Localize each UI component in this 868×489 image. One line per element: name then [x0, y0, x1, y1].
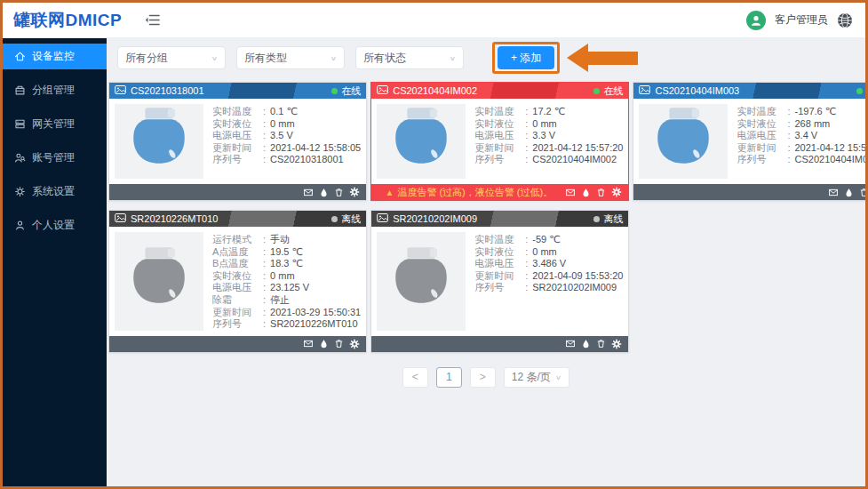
page-size-select[interactable]: 12 条/页∨: [504, 367, 569, 388]
trash-icon[interactable]: [334, 188, 344, 197]
droplet-icon[interactable]: [844, 188, 854, 197]
type-filter-select[interactable]: 所有类型∨: [236, 46, 345, 69]
sidebar-item-system-settings[interactable]: 系统设置: [3, 179, 107, 204]
device-card-CS20210404IM003: CS20210404IM003 在线 实时温度:-197.6 ℃实时液位:268…: [633, 82, 865, 201]
field-value: 0 mm: [532, 118, 557, 131]
droplet-icon[interactable]: [319, 339, 329, 349]
current-page-button[interactable]: 1: [436, 367, 462, 388]
field-row: 序列号:SR20210226MT010: [212, 318, 361, 331]
app-logo: 罐联网DMICP: [13, 9, 122, 32]
field-row: 实时温度:-59 ℃: [474, 234, 623, 246]
card-actions: [303, 339, 360, 349]
field-value: 停止: [270, 294, 290, 307]
chevron-down-icon: ∨: [211, 54, 218, 61]
field-label: 电源电压: [737, 130, 787, 142]
message-icon[interactable]: [303, 188, 314, 197]
card-body: 实时温度:17.2 ℃实时液位:0 mm电源电压:3.3 V更新时间:2021-…: [371, 99, 628, 184]
field-value: 0 mm: [270, 118, 295, 131]
field-label: 电源电压: [212, 282, 263, 294]
trash-icon[interactable]: [859, 188, 865, 197]
droplet-icon[interactable]: [581, 188, 591, 197]
trash-icon[interactable]: [596, 339, 606, 349]
field-value: 3.3 V: [532, 130, 555, 142]
field-value: 0.1 ℃: [270, 106, 298, 118]
trash-icon[interactable]: [334, 339, 344, 349]
message-icon[interactable]: [828, 188, 839, 197]
card-body: 实时温度:-59 ℃实时液位:0 mm电源电压:3.486 V更新时间:2021…: [371, 227, 628, 336]
field-label: 序列号: [474, 282, 525, 294]
trash-icon[interactable]: [596, 188, 606, 197]
gear-icon[interactable]: [611, 187, 622, 197]
device-id: SR20210226MT010: [131, 213, 327, 224]
user-avatar[interactable]: [746, 11, 766, 30]
field-row: 实时温度:-197.6 ℃: [737, 106, 865, 118]
field-value: 2021-04-09 15:53:20: [532, 270, 623, 283]
sidebar-item-personal-settings[interactable]: 个人设置: [3, 212, 107, 238]
field-value: 268 mm: [795, 118, 831, 131]
card-footer: [109, 336, 366, 352]
sidebar-item-label: 网关管理: [32, 116, 75, 132]
field-label: 实时温度: [737, 106, 787, 118]
card-footer: [633, 184, 865, 200]
field-row: 实时温度:0.1 ℃: [212, 106, 361, 118]
droplet-icon[interactable]: [581, 339, 591, 349]
field-value: 2021-04-12 15:57:20: [532, 142, 623, 155]
language-globe-icon[interactable]: [837, 12, 853, 28]
alarm-warning: ▲温度告警 (过高)，液位告警 (过低)。: [378, 186, 560, 199]
group-filter-select[interactable]: 所有分组∨: [117, 46, 226, 69]
tank-image: [377, 232, 466, 331]
field-row: 运行模式:手动: [212, 234, 361, 246]
gear-icon[interactable]: [349, 339, 360, 349]
field-label: 实时液位: [474, 246, 525, 259]
next-page-button[interactable]: >: [470, 367, 496, 388]
status-label: 在线: [341, 84, 361, 98]
tank-image: [377, 104, 466, 179]
status-dot-icon: [856, 88, 863, 94]
field-value: 0 mm: [532, 246, 557, 259]
message-icon[interactable]: [303, 339, 314, 349]
field-value: 3.4 V: [795, 130, 818, 142]
field-row: 实时液位:0 mm: [474, 246, 623, 259]
warning-icon: ▲: [385, 188, 394, 197]
field-value: 3.486 V: [532, 258, 566, 270]
droplet-icon[interactable]: [319, 188, 329, 197]
device-id: SR20210202IM009: [393, 213, 589, 224]
main-content: 所有分组∨ 所有类型∨ 所有状态∨ + 添加 CS20210318: [107, 38, 865, 486]
sidebar-item-device-monitor[interactable]: 设备监控: [3, 44, 107, 69]
field-value: -59 ℃: [532, 234, 560, 246]
prev-page-button[interactable]: <: [402, 367, 428, 388]
field-label: 实时液位: [737, 118, 787, 131]
device-id: CS20210318001: [131, 85, 327, 96]
sidebar-item-group-mgmt[interactable]: 分组管理: [3, 77, 107, 103]
field-value: SR20210226MT010: [270, 318, 357, 331]
field-row: 电源电压:3.3 V: [474, 130, 623, 142]
menu-fold-icon[interactable]: [145, 13, 160, 27]
group-icon: [14, 84, 26, 96]
card-body: 实时温度:-197.6 ℃实时液位:268 mm电源电压:3.4 V更新时间:2…: [633, 99, 865, 184]
field-row: 更新时间:2021-04-09 15:53:20: [474, 270, 623, 283]
add-button[interactable]: + 添加: [498, 46, 554, 69]
field-label: 序列号: [737, 154, 787, 166]
status-filter-select[interactable]: 所有状态∨: [355, 46, 464, 69]
device-id: CS20210404IM002: [393, 85, 589, 96]
chevron-down-icon: ∨: [330, 54, 337, 61]
field-label: 电源电压: [474, 258, 525, 270]
field-row: A点温度:19.5 ℃: [212, 246, 361, 259]
message-icon[interactable]: [565, 339, 576, 349]
status-label: 离线: [603, 212, 623, 226]
sidebar-item-label: 分组管理: [32, 83, 75, 98]
gateway-icon: [14, 118, 26, 130]
field-value: CS20210404IM003: [795, 154, 866, 166]
sidebar-item-label: 个人设置: [32, 218, 75, 233]
sidebar-item-account-mgmt[interactable]: 账号管理: [3, 145, 107, 171]
current-user[interactable]: 客户管理员: [775, 12, 828, 28]
tank-image: [115, 104, 203, 179]
message-icon[interactable]: [565, 188, 576, 197]
gear-icon[interactable]: [349, 187, 360, 197]
status-dot-icon: [331, 216, 338, 222]
card-footer: ▲温度告警 (过高)，液位告警 (过低)。: [371, 184, 628, 200]
card-header: CS20210318001 在线: [109, 83, 366, 99]
sidebar-item-gateway-mgmt[interactable]: 网关管理: [3, 111, 107, 137]
gear-icon[interactable]: [611, 339, 622, 349]
field-row: 实时温度:17.2 ℃: [474, 106, 623, 118]
